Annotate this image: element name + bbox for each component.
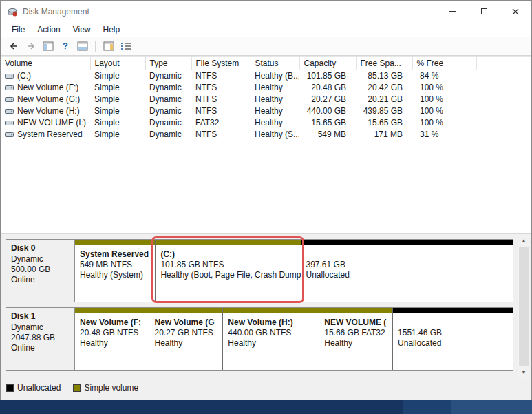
volume-list: Volume Layout Type File System Status Ca… [1, 56, 531, 233]
taskbar-segment[interactable] [451, 400, 532, 414]
close-icon [512, 8, 519, 15]
col-header-filler [476, 57, 531, 70]
scroll-down-icon[interactable]: ▼ [518, 366, 529, 378]
legend: Unallocated Simple volume [6, 381, 138, 395]
minimize-button[interactable] [436, 1, 468, 22]
volume-row-h[interactable]: New Volume (H:) Simple Dynamic NTFS Heal… [1, 105, 531, 117]
simple-volume-stripe [319, 308, 392, 313]
legend-unallocated: Unallocated [6, 383, 61, 393]
svg-text:?: ? [63, 41, 68, 51]
maximize-icon [481, 8, 487, 14]
simple-volume-stripe [156, 240, 300, 245]
menu-file[interactable]: File [6, 23, 31, 36]
menubar: File Action View Help [1, 22, 531, 37]
taskbar[interactable] [0, 400, 532, 414]
col-header-layout[interactable]: Layout [90, 57, 145, 70]
app-icon [7, 6, 18, 17]
volume-table: Volume Layout Type File System Status Ca… [1, 56, 531, 141]
help-icon: ? [60, 41, 71, 52]
col-header-capacity[interactable]: Capacity [299, 57, 356, 70]
graphical-view: Disk 0 Dynamic 500.00 GB Online System R… [1, 233, 531, 400]
legend-simple-volume: Simple volume [73, 383, 138, 393]
help-button[interactable]: ? [56, 39, 74, 54]
taskbar-segment[interactable] [403, 400, 451, 414]
menu-action[interactable]: Action [31, 23, 66, 36]
volume-row-i[interactable]: NEW VOLUME (I:) Simple Dynamic FAT32 Hea… [1, 117, 531, 129]
views-button[interactable] [117, 39, 134, 54]
partition-h[interactable]: New Volume (H:) 440.00 GB NTFS Healthy [222, 308, 319, 370]
simple-volume-stripe [223, 308, 319, 313]
forward-icon [25, 41, 36, 52]
titlebar[interactable]: Disk Management [1, 1, 531, 22]
scrollbar-thumb[interactable] [519, 247, 529, 366]
partition-system-reserved[interactable]: System Reserved 549 MB NTFS Healthy (Sys… [75, 240, 155, 302]
details-pane-button[interactable] [74, 39, 91, 54]
volume-icon [5, 107, 14, 115]
disk-management-window: Disk Management File Action View Help [0, 0, 532, 400]
console-tree-button[interactable] [39, 39, 56, 54]
details-pane-icon [77, 41, 88, 51]
disk-1-label[interactable]: Disk 1 Dynamic 2047.88 GB Online [6, 308, 75, 370]
unallocated-swatch-icon [6, 384, 14, 392]
menu-view[interactable]: View [67, 23, 97, 36]
col-header-volume[interactable]: Volume [1, 57, 90, 70]
action-pane-button[interactable] [100, 39, 117, 54]
views-icon [120, 41, 131, 51]
partition-c[interactable]: (C:) 101.85 GB NTFS Healthy (Boot, Page … [155, 240, 300, 302]
volume-icon [5, 84, 14, 92]
menu-help[interactable]: Help [97, 23, 127, 36]
maximize-button[interactable] [468, 1, 500, 22]
volume-icon [5, 96, 14, 103]
toolbar-separator [95, 41, 96, 52]
simple-volume-swatch-icon [73, 384, 81, 392]
simple-volume-stripe [75, 308, 149, 313]
simple-volume-stripe [149, 308, 222, 313]
disk-1-row: Disk 1 Dynamic 2047.88 GB Online New Vol… [6, 307, 513, 371]
scroll-up-icon[interactable]: ▲ [518, 235, 529, 247]
partition-f[interactable]: New Volume (F: 20.48 GB NTFS Healthy [75, 308, 149, 370]
partition-disk0-unallocated[interactable]: 397.61 GB Unallocated [301, 240, 513, 302]
window-controls [436, 1, 531, 22]
partition-disk1-unallocated[interactable]: 1551.46 GB Unallocated [392, 308, 513, 370]
back-icon [8, 41, 19, 52]
disk-0-row: Disk 0 Dynamic 500.00 GB Online System R… [6, 239, 513, 302]
back-button[interactable] [5, 39, 22, 54]
volume-row-g[interactable]: New Volume (G:) Simple Dynamic NTFS Heal… [1, 94, 531, 105]
partition-i[interactable]: NEW VOLUME ( 15.66 GB FAT32 Healthy [319, 308, 392, 370]
simple-volume-stripe [75, 240, 155, 245]
volume-icon [5, 119, 14, 127]
disk-0-label[interactable]: Disk 0 Dynamic 500.00 GB Online [6, 240, 75, 302]
toolbar: ? [1, 37, 531, 56]
action-pane-icon [103, 41, 114, 51]
window-title: Disk Management [23, 7, 436, 17]
volume-icon [5, 131, 14, 138]
col-header-status[interactable]: Status [251, 57, 299, 70]
volume-icon [5, 72, 14, 80]
partition-g[interactable]: New Volume (G 20.27 GB NTFS Healthy [149, 308, 222, 370]
close-button[interactable] [500, 1, 531, 22]
console-tree-icon [43, 41, 54, 51]
col-header-pct-free[interactable]: % Free [412, 57, 476, 70]
unallocated-stripe [301, 240, 513, 245]
table-header-row: Volume Layout Type File System Status Ca… [1, 57, 531, 70]
graphics-scrollbar[interactable]: ▲ ▼ [518, 235, 529, 378]
volume-row-system-reserved[interactable]: System Reserved Simple Dynamic NTFS Heal… [1, 129, 531, 141]
col-header-type[interactable]: Type [145, 57, 191, 70]
volume-row-f[interactable]: New Volume (F:) Simple Dynamic NTFS Heal… [1, 82, 531, 94]
forward-button[interactable] [22, 39, 39, 54]
col-header-file-system[interactable]: File System [191, 57, 251, 70]
col-header-free-space[interactable]: Free Spa... [356, 57, 412, 70]
volume-row-c[interactable]: (C:) Simple Dynamic NTFS Healthy (B... 1… [1, 70, 531, 82]
minimize-icon [449, 11, 456, 12]
unallocated-stripe [393, 308, 513, 313]
